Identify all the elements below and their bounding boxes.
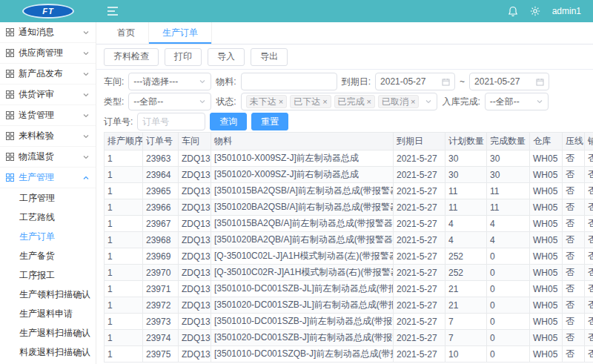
tag-close-icon[interactable]: ×: [411, 98, 415, 106]
sidebar-subitem[interactable]: 工序管理: [0, 188, 96, 208]
type-select[interactable]: --全部--: [128, 93, 211, 110]
sidebar-subitem[interactable]: 工艺路线: [0, 208, 96, 227]
table-cell: 否: [585, 248, 593, 265]
status-tag: 已完成×: [334, 95, 375, 108]
table-cell: 2021-5-27: [394, 167, 445, 183]
sidebar-item[interactable]: 新产品发布: [0, 64, 96, 85]
table-row[interactable]: 123964ZDQ13[3501020-X009SZ-J]前右制动器总成2021…: [105, 167, 593, 183]
workshop-select-value: ---请选择---: [133, 76, 178, 88]
inbound-select[interactable]: --全部--: [485, 93, 549, 110]
table-cell: ZDQ13: [179, 216, 211, 232]
table-cell: [3501010-DC001SZB-J]前左制动器总成(带报警器): [211, 314, 394, 330]
table-row[interactable]: 123967ZDQ13[3501015BA2QB/A]前左制动器总成(带报警器)…: [105, 216, 593, 232]
table-cell: 252: [445, 265, 487, 281]
sidebar-subitem[interactable]: 生产备货: [0, 246, 96, 265]
reset-button[interactable]: 重置: [251, 113, 288, 130]
material-input[interactable]: [246, 76, 332, 87]
sidebar-item[interactable]: 生产管理: [0, 168, 96, 188]
column-header: 订单号: [143, 133, 179, 150]
table-cell: 11: [445, 183, 487, 199]
username[interactable]: admin1: [552, 6, 581, 16]
table-cell: ZDQ13: [179, 297, 211, 314]
table-cell: ZDQ13: [179, 314, 211, 330]
table-cell: [3501010-X009SZ-J]前左制动器总成: [211, 150, 394, 167]
table-row[interactable]: 123968ZDQ13[3501020BA2QB/A]前右制动器总成(带报警器)…: [105, 232, 593, 248]
table-row[interactable]: 123971ZDQ13[3501010-DC001SZB-JL]前左制动器总成(…: [105, 281, 593, 297]
table-cell: 2021-5-27: [394, 330, 445, 346]
table-cell: 否: [585, 281, 593, 297]
status-multiselect[interactable]: 未下达×已下达×已完成×已取消×: [241, 93, 438, 110]
table-cell: 1: [105, 265, 143, 281]
material-ready-check-button[interactable]: 齐料检查: [104, 48, 159, 66]
table-cell: 否: [563, 183, 585, 199]
settings-gear-icon[interactable]: [530, 6, 540, 16]
table-cell: 252: [445, 248, 487, 265]
sidebar-subitem[interactable]: 生产领料扫描确认: [0, 285, 96, 304]
table-cell: ZDQ13: [179, 232, 211, 248]
table-cell: [3501020-X009SZ-J]前右制动器总成: [211, 167, 394, 183]
logo-area: FT: [0, 4, 96, 19]
table-row[interactable]: 123966ZDQ13[3501020BA2QSB/A]前右制动器总成(带报警器…: [105, 199, 593, 216]
status-label: 状态:: [216, 96, 236, 108]
table-row[interactable]: 123975ZDQ13[3501010-DC001SZQB-J]前左制动器总成(…: [105, 346, 593, 363]
chevron-down-icon: [536, 98, 543, 105]
table-row[interactable]: 123969ZDQ13[Q-35010C02L-J]A1H模式制动器(左)(带报…: [105, 248, 593, 265]
table-cell: 否: [563, 346, 585, 363]
chevron-down-icon: [82, 70, 90, 78]
search-button[interactable]: 查询: [210, 113, 247, 130]
workshop-select[interactable]: ---请选择---: [128, 73, 211, 90]
tag-close-icon[interactable]: ×: [279, 98, 283, 106]
table-row[interactable]: 123972ZDQ13[3501020-DC001SZB-JL]前右制动器总成(…: [105, 297, 593, 314]
tag-close-icon[interactable]: ×: [367, 98, 371, 106]
table-cell: [3501020-DC001SZB-J]前右制动器总成(带报警器): [211, 330, 394, 346]
status-tag: 已下达×: [290, 95, 331, 108]
export-button[interactable]: 导出: [251, 48, 288, 66]
grid-icon: [6, 28, 14, 36]
sidebar-subitem[interactable]: 生产退料申请: [0, 304, 96, 323]
due-end-date[interactable]: 2021-05-27: [469, 73, 549, 90]
table-cell: 30: [487, 167, 530, 183]
table-cell: [Q-35010C02R-J]A1H模式制动器(右)(带报警器): [211, 265, 394, 281]
table-cell: 23964: [143, 167, 179, 183]
sidebar-item[interactable]: 来料检验: [0, 126, 96, 147]
due-start-date[interactable]: 2021-05-27: [375, 73, 455, 90]
import-button[interactable]: 导入: [208, 48, 245, 66]
sidebar-item[interactable]: 送货管理: [0, 105, 96, 126]
table-cell: 否: [563, 232, 585, 248]
sidebar-subitem[interactable]: 生产退料扫描确认: [0, 323, 96, 343]
table-row[interactable]: 123965ZDQ13[3501015BA2QSB/A]前左制动器总成(带报警器…: [105, 183, 593, 199]
table-row[interactable]: 123974ZDQ13[3501020-DC001SZB-J]前右制动器总成(带…: [105, 330, 593, 346]
table-cell: 0: [487, 248, 530, 265]
order-no-input[interactable]: [142, 116, 200, 127]
tab-home[interactable]: 首页: [104, 22, 149, 44]
table-cell: 否: [563, 167, 585, 183]
grid-icon: [6, 90, 14, 99]
table-cell: 否: [563, 265, 585, 281]
menu-collapse-icon[interactable]: [107, 6, 119, 16]
table-cell: [3501015BA2QSB/A]前左制动器总成(带报警器): [211, 183, 394, 199]
sidebar-item[interactable]: 供货评审: [0, 85, 96, 105]
grid-icon: [6, 70, 14, 78]
tab-production-orders[interactable]: 生产订单: [149, 22, 212, 44]
table-cell: 否: [585, 199, 593, 216]
sidebar-subitem[interactable]: 生产订单: [0, 227, 96, 246]
table-cell: 2021-5-27: [394, 346, 445, 363]
table-cell: 否: [585, 346, 593, 363]
table-row[interactable]: 123963ZDQ13[3501010-X009SZ-J]前左制动器总成2021…: [105, 150, 593, 167]
orders-table: 排产顺序订单号车间物料到期日计划数量完成数量仓库压线铺线 123963ZDQ13…: [104, 132, 593, 363]
status-tag: 未下达×: [246, 95, 287, 108]
due-date-label: 到期日:: [342, 76, 371, 88]
table-row[interactable]: 123970ZDQ13[Q-35010C02R-J]A1H模式制动器(右)(带报…: [105, 265, 593, 281]
sidebar-subitem[interactable]: 料废退料扫描确认: [0, 343, 96, 362]
sidebar-item[interactable]: 物流退货: [0, 147, 96, 168]
table-row[interactable]: 123973ZDQ13[3501010-DC001SZB-J]前左制动器总成(带…: [105, 314, 593, 330]
table-cell: 1: [105, 167, 143, 183]
sidebar-item[interactable]: 供应商管理: [0, 43, 96, 64]
table-cell: 2021-5-27: [394, 281, 445, 297]
sidebar-item[interactable]: 通知消息: [0, 22, 96, 43]
print-button[interactable]: 打印: [165, 48, 202, 66]
sidebar-subitem[interactable]: 工序报工: [0, 265, 96, 285]
tag-close-icon[interactable]: ×: [322, 98, 327, 106]
notification-bell-icon[interactable]: [508, 6, 518, 17]
grid-icon: [6, 153, 14, 161]
